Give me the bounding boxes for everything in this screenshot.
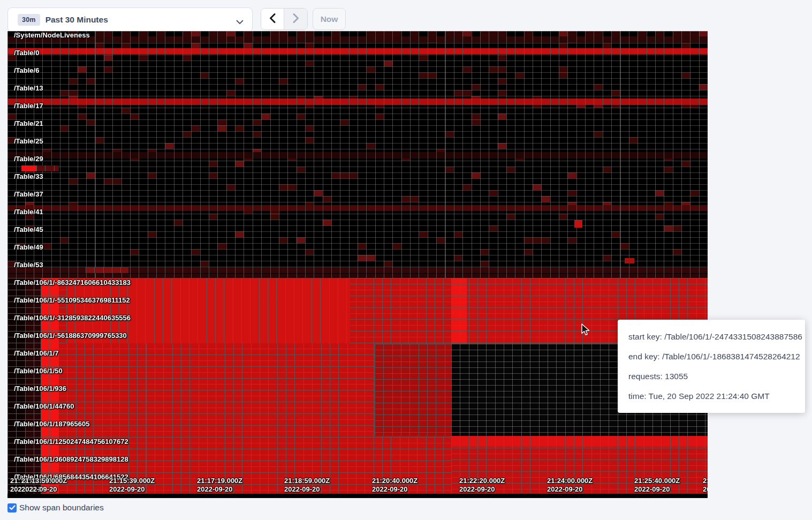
tooltip-time: time: Tue, 20 Sep 2022 21:24:40 GMT xyxy=(628,386,794,406)
tooltip-requests: requests: 13055 xyxy=(628,366,794,386)
time-range-badge: 30m xyxy=(18,14,40,26)
row-label: /Table/106/1/44760 xyxy=(14,402,74,410)
row-label: /Table/106/1/-8632471606610433183 xyxy=(14,278,131,287)
row-label: /Table/13 xyxy=(14,84,43,92)
heatmap-region xyxy=(36,165,59,171)
time-range-label: Past 30 Minutes xyxy=(45,15,108,25)
heatmap-region xyxy=(7,274,708,278)
key-visualizer-page: 30m Past 30 Minutes Now /System/NodeLive… xyxy=(0,0,812,520)
heatmap-region xyxy=(7,48,708,54)
tooltip-start-key: start key: /Table/106/1/-247433150824388… xyxy=(628,327,794,346)
time-label: 21:22:20.000Z2022-09-20 xyxy=(459,477,505,494)
row-label: /Table/106/1/-3128593822440635556 xyxy=(14,314,131,322)
row-label: /Table/106/1/187965605 xyxy=(14,420,89,428)
row-label: /System/NodeLiveness xyxy=(14,31,90,39)
time-label: 21:24:00.000Z2022-09-20 xyxy=(547,477,593,494)
show-span-boundaries-checkbox[interactable] xyxy=(7,503,17,513)
row-label: /Table/21 xyxy=(14,119,43,127)
now-button[interactable]: Now xyxy=(313,8,346,30)
row-label: /Table/49 xyxy=(14,243,43,251)
heatmap-region xyxy=(451,436,708,447)
time-label: 21:20:40.000Z2022-09-20 xyxy=(372,477,418,494)
time-label: 21:13:59.000Z2022-09-20 xyxy=(21,477,67,494)
row-label: /Table/53 xyxy=(14,261,43,269)
heatmap-region xyxy=(7,99,708,105)
row-label: /Table/106/1/3608924758329898128 xyxy=(14,455,128,463)
heatmap-region xyxy=(21,165,36,171)
row-label: /Table/106/1/936 xyxy=(14,385,66,393)
row-label: /Table/106/1/1250247484756107672 xyxy=(14,438,128,446)
row-label: /Table/29 xyxy=(14,155,43,163)
row-label: /Table/106/1/-5510953463769811152 xyxy=(14,296,130,304)
time-label: 21:18:59.000Z2022-09-20 xyxy=(284,477,330,494)
row-label: /Table/0 xyxy=(14,49,39,57)
row-label: /Table/106/1/-561886370999765330 xyxy=(14,331,127,340)
row-label: /Table/33 xyxy=(14,172,43,180)
row-label: /Table/106/1/7 xyxy=(14,349,59,357)
heatmap-region xyxy=(7,152,708,159)
mouse-cursor-icon xyxy=(580,323,592,338)
row-label: /Table/106/1/50 xyxy=(14,367,63,375)
time-label: 21:27:20.000Z2022-09-20 xyxy=(703,477,708,494)
span-tooltip: start key: /Table/106/1/-247433150824388… xyxy=(618,320,805,413)
heatmap-region xyxy=(7,36,708,42)
row-label: /Table/41 xyxy=(14,208,43,216)
tooltip-end-key: end key: /Table/106/1/-18683814745282642… xyxy=(628,346,794,366)
row-label: /Table/45 xyxy=(14,225,43,233)
row-label: /Table/6 xyxy=(14,66,39,74)
next-window-button[interactable] xyxy=(284,9,307,29)
time-label: 21:17:19.000Z2022-09-20 xyxy=(197,477,242,494)
time-nav-group xyxy=(261,8,308,30)
heatmap-region xyxy=(625,258,634,263)
chevron-down-icon xyxy=(236,17,244,27)
time-label: 21:15:39.000Z2022-09-20 xyxy=(109,477,155,494)
show-span-boundaries-label: Show span boundaries xyxy=(19,503,104,513)
chevron-right-icon xyxy=(293,13,299,25)
prev-window-button[interactable] xyxy=(261,9,284,29)
heatmap-region xyxy=(86,267,128,273)
key-visualizer-heatmap[interactable]: /System/NodeLiveness/Table/0/Table/6/Tab… xyxy=(7,31,708,498)
row-label: /Table/37 xyxy=(14,190,43,198)
heatmap-region xyxy=(7,205,708,211)
footer: Show span boundaries xyxy=(7,503,104,513)
heatmap-region xyxy=(375,344,451,436)
heatmap-region xyxy=(451,278,467,344)
time-label: 21:25:40.000Z2022-09-20 xyxy=(634,477,680,494)
time-range-dropdown[interactable]: 30m Past 30 Minutes xyxy=(7,7,253,32)
row-label: /Table/17 xyxy=(14,102,43,110)
chevron-left-icon xyxy=(269,13,276,25)
row-label: /Table/25 xyxy=(14,137,43,145)
heatmap-region xyxy=(574,220,582,228)
heatmap-region xyxy=(7,494,708,498)
